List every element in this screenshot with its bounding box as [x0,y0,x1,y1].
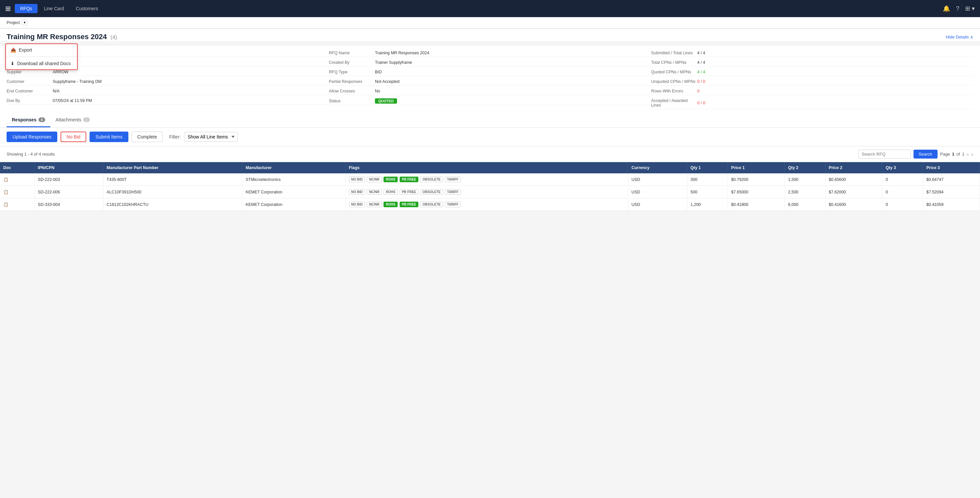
submit-items-button[interactable]: Submit Items [89,132,128,142]
flag-no-bid: NO BID [349,189,365,195]
details-col-2: RFQ Name Training MR Responses 2024 Crea… [329,49,651,109]
detail-unquoted-cpns: Unquoted CPNs / MPNs 0 / 0 [651,78,974,86]
col-header-price3: Price 3 [923,162,980,173]
status-badge: QUOTED [375,98,397,104]
tab-responses[interactable]: Responses 4 [6,113,50,127]
col-header-price2: Price 2 [825,162,882,173]
title-count: (4) [111,35,117,40]
detail-partial-responses: Partial Responses Not Accepted [329,78,651,86]
col-header-doc: Doc [0,162,34,173]
detail-accepted-lines: Accepted / Awarded Lines 0 / 0 [651,97,974,109]
doc-copy-icon[interactable]: 📋 [3,190,8,194]
flag-pb-free: PB FREE [399,189,418,195]
col-header-qty2: Qty 2 [785,162,826,173]
page-title-row: Training MR Responses 2024 (4) Hide Deta… [6,33,974,41]
current-page: 1 [952,152,955,157]
detail-rfq-name: RFQ Name Training MR Responses 2024 [329,49,651,57]
download-icon: ⬇ [11,61,14,66]
notification-icon[interactable]: 🔔 [943,5,950,12]
detail-allow-crosses: Allow Crosses No [329,87,651,95]
cell-qty3: 0 [882,186,923,198]
search-button[interactable]: Search [913,150,937,159]
flag-pb-free: PB FREE [399,177,418,182]
nav-icons: 🔔 ? ⊞ ▾ [943,5,975,12]
doc-copy-icon[interactable]: 📋 [3,177,8,182]
cell-flags: NO BID NC/NR ROHS PB FREE OBSOLETE TARIF… [345,198,628,211]
cell-doc: 📋 [0,186,34,198]
upload-responses-button[interactable]: Upload Responses [6,132,57,142]
download-docs-menu-item[interactable]: ⬇ Download all shared Docs [6,57,77,70]
nav-rfqs-button[interactable]: RFQs [15,4,38,13]
cell-currency: USD [628,173,687,186]
cell-price3: $0.64747 [923,173,980,186]
cell-mpn: T435-600T [103,173,242,186]
doc-copy-icon[interactable]: 📋 [3,202,8,207]
tab-attachments[interactable]: Attachments 1 [50,113,95,127]
detail-rows-errors: Rows With Errors 0 [651,87,974,95]
col-header-manufacturer: Manufacturer [242,162,346,173]
cell-currency: USD [628,186,687,198]
export-label: Export [19,48,32,52]
cell-flags: NO BID NC/NR ROHS PB FREE OBSOLETE TARIF… [345,186,628,198]
responses-table: Doc IPN/CPN Manufacturer Part Number Man… [0,162,980,211]
filter-label: Filter: [169,134,181,140]
hide-details-link[interactable]: Hide Details ∧ [946,35,974,40]
cell-mpn: ALC10F391DH500 [103,186,242,198]
responses-table-wrapper: Doc IPN/CPN Manufacturer Part Number Man… [0,162,980,211]
detail-customer: Customer Supplyframe - Training DM [6,78,329,86]
no-bid-button[interactable]: No Bid [60,132,86,142]
flag-rohs: ROHS [383,201,398,207]
cell-ipn: SD-222-006 [34,186,103,198]
cell-price3: $7.52094 [923,186,980,198]
detail-end-customer: End Customer N/A [6,87,329,95]
user-avatar[interactable]: ⊞ ▾ [965,5,975,12]
page-navigation: Page 1 of 1 « » [940,152,974,157]
cell-qty3: 0 [882,198,923,211]
flag-no-bid: NO BID [349,177,365,182]
download-docs-label: Download all shared Docs [17,61,71,66]
nav-customers-button[interactable]: Customers [70,4,103,13]
col-header-currency: Currency [628,162,687,173]
tabs-area: Responses 4 Attachments 1 [0,113,980,128]
cell-manufacturer: STMicroelectronics [242,173,346,186]
table-row: 📋 SD-222-006 ALC10F391DH500 KEMET Corpor… [0,186,980,198]
flag-nc-nr: NC/NR [367,201,382,207]
detail-created-by: Created By Trainer Supplyframe [329,59,651,67]
cell-manufacturer: KEMET Corporation [242,186,346,198]
cell-price2: $0.41600 [825,198,882,211]
col-header-qty3: Qty 3 [882,162,923,173]
results-text: Showing 1 - 4 of 4 results [6,152,55,157]
results-bar: Showing 1 - 4 of 4 results Search Page 1… [0,146,980,162]
page-title-area: Training MR Responses 2024 (4) Hide Deta… [0,29,980,41]
complete-button[interactable]: Complete [132,132,162,142]
top-navigation: ⊞ RFQs Line Card Customers 🔔 ? ⊞ ▾ [0,0,980,17]
detail-due-by: Due By 07/05/24 at 11:59 PM [6,97,329,105]
cell-doc: 📋 [0,173,34,186]
cell-price2: $7.62000 [825,186,882,198]
next-page-icon[interactable]: » [971,152,974,157]
cell-currency: USD [628,198,687,211]
breadcrumb: Project ▾ [0,17,980,28]
col-header-ipn: IPN/CPN [34,162,103,173]
project-dropdown-menu: 📤 Export ⬇ Download all shared Docs [5,43,78,70]
prev-page-icon[interactable]: « [966,152,969,157]
cell-price1: $0.79200 [728,173,785,186]
cell-qty3: 0 [882,173,923,186]
filter-dropdown[interactable]: Show All Line Items Quoted Items Unquote… [184,132,238,142]
flag-nc-nr: NC/NR [367,177,382,182]
export-menu-item[interactable]: 📤 Export [6,44,77,56]
flag-obsolete: OBSOLETE [420,189,443,195]
cell-qty1: 1,200 [687,198,728,211]
menu-divider [6,57,77,57]
cell-price1: $0.41800 [728,198,785,211]
project-dropdown-button[interactable]: ▾ [22,20,28,25]
nav-linecard-button[interactable]: Line Card [39,4,70,13]
col-header-price1: Price 1 [728,162,785,173]
col-header-mpn: Manufacturer Part Number [103,162,242,173]
grid-icon[interactable]: ⊞ [5,5,11,13]
col-header-qty1: Qty 1 [687,162,728,173]
search-input[interactable] [858,150,911,159]
help-icon[interactable]: ? [956,5,959,12]
table-header-row: Doc IPN/CPN Manufacturer Part Number Man… [0,162,980,173]
cell-price1: $7.65000 [728,186,785,198]
